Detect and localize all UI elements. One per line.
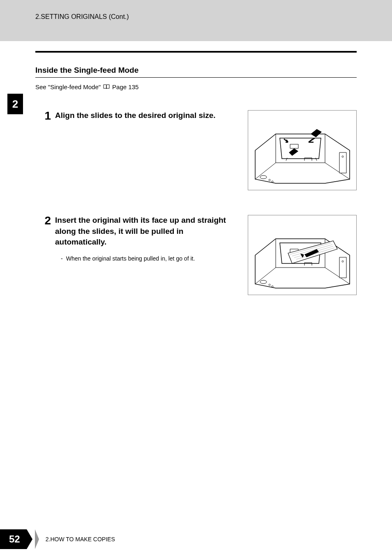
step-2-title: Insert the original with its face up and… [55, 215, 228, 248]
page-footer: 52 2.HOW TO MAKE COPIES [0, 524, 392, 554]
section-header: Inside the Single-feed Mode [35, 66, 357, 78]
step-1-number-col: 1 [39, 110, 51, 190]
chapter-number: 2 [12, 98, 18, 111]
step-1-title: Align the slides to the desired original… [55, 110, 228, 121]
reference-text-page: Page 135 [112, 83, 138, 90]
section-reference: See "Single-feed Mode" Page 135 [35, 83, 357, 90]
step-2-row: 2 Insert the original with its face up a… [35, 215, 357, 295]
step-2-note-item: - When the original starts being pulled … [61, 255, 228, 262]
page-number-tab: 52 [0, 529, 27, 549]
step-1-row: 1 Align the slides to the desired origin… [35, 110, 357, 190]
printer-insert-icon [251, 218, 354, 292]
footer-chevron-icon-2 [35, 529, 39, 549]
step-2-illustration [248, 215, 357, 295]
page-header: 2.SETTING ORIGINALS (Cont.) [0, 0, 392, 41]
step-number: 2 [39, 215, 51, 226]
step-1-left: 1 Align the slides to the desired origin… [39, 110, 248, 190]
printer-slides-icon [251, 113, 354, 187]
footer-chapter-label: 2.HOW TO MAKE COPIES [46, 536, 115, 542]
step-2-number-col: 2 [39, 215, 51, 295]
step-1-text-col: Align the slides to the desired original… [55, 110, 228, 190]
book-icon [103, 83, 110, 90]
step-number: 1 [39, 110, 51, 122]
footer-chevron-icon [27, 529, 32, 549]
step-2-note-text: When the original starts being pulled in… [66, 255, 195, 262]
step-2-text-col: Insert the original with its face up and… [55, 215, 228, 295]
chapter-tab: 2 [7, 94, 23, 114]
page-number: 52 [9, 533, 20, 545]
step-2-notes: - When the original starts being pulled … [55, 255, 228, 262]
reference-text-prefix: See "Single-feed Mode" [35, 83, 101, 90]
step-2-left: 2 Insert the original with its face up a… [39, 215, 248, 295]
horizontal-rule-thick [35, 51, 357, 53]
header-breadcrumb: 2.SETTING ORIGINALS (Cont.) [35, 13, 392, 21]
section-title: Inside the Single-feed Mode [35, 66, 357, 75]
step-1-illustration [248, 110, 357, 190]
bullet-dash: - [61, 255, 63, 262]
content-area: Inside the Single-feed Mode See "Single-… [0, 51, 392, 295]
